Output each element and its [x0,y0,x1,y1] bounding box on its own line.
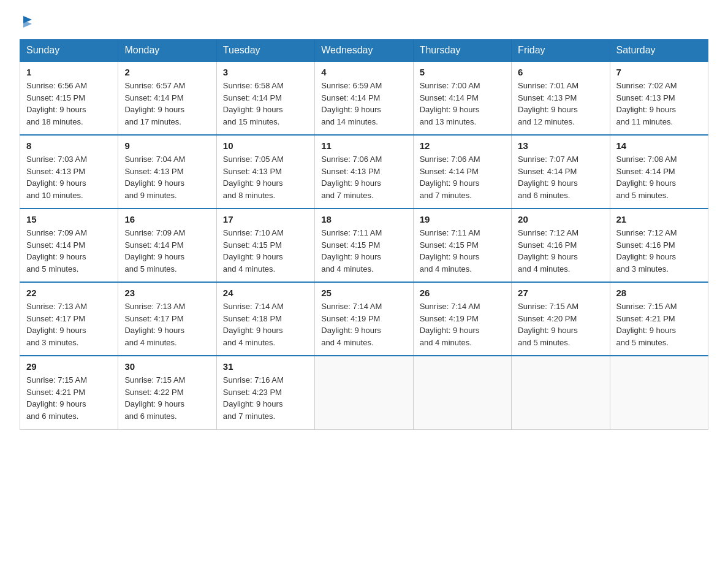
day-info: Sunrise: 7:03 AMSunset: 4:13 PMDaylight:… [26,153,112,201]
day-number: 3 [223,67,308,77]
calendar-cell: 31Sunrise: 7:16 AMSunset: 4:23 PMDayligh… [216,356,314,429]
day-info: Sunrise: 7:12 AMSunset: 4:16 PMDaylight:… [616,227,702,275]
calendar-cell: 28Sunrise: 7:15 AMSunset: 4:21 PMDayligh… [610,282,708,356]
calendar-cell: 20Sunrise: 7:12 AMSunset: 4:16 PMDayligh… [512,209,610,282]
day-number: 2 [124,67,210,77]
day-info: Sunrise: 7:14 AMSunset: 4:18 PMDaylight:… [223,301,308,348]
calendar-cell: 7Sunrise: 7:02 AMSunset: 4:13 PMDaylight… [610,61,708,135]
calendar-cell: 27Sunrise: 7:15 AMSunset: 4:20 PMDayligh… [512,282,610,356]
weekday-header-thursday: Thursday [413,40,511,62]
weekday-header-wednesday: Wednesday [315,40,413,62]
calendar-cell: 29Sunrise: 7:15 AMSunset: 4:21 PMDayligh… [20,356,118,429]
day-number: 31 [223,361,308,372]
day-info: Sunrise: 7:09 AMSunset: 4:14 PMDaylight:… [124,227,210,275]
calendar-cell: 3Sunrise: 6:58 AMSunset: 4:14 PMDaylight… [216,61,314,135]
calendar-cell: 19Sunrise: 7:11 AMSunset: 4:15 PMDayligh… [413,209,511,282]
calendar-cell: 14Sunrise: 7:08 AMSunset: 4:14 PMDayligh… [610,135,708,209]
weekday-header-tuesday: Tuesday [216,40,314,62]
calendar-cell: 18Sunrise: 7:11 AMSunset: 4:15 PMDayligh… [315,209,413,282]
calendar-cell: 5Sunrise: 7:00 AMSunset: 4:14 PMDaylight… [413,61,511,135]
calendar-cell: 11Sunrise: 7:06 AMSunset: 4:13 PMDayligh… [315,135,413,209]
day-info: Sunrise: 7:13 AMSunset: 4:17 PMDaylight:… [26,301,112,348]
calendar-cell [413,356,511,429]
calendar-table: SundayMondayTuesdayWednesdayThursdayFrid… [20,39,708,430]
day-info: Sunrise: 7:11 AMSunset: 4:15 PMDaylight:… [420,227,505,275]
day-info: Sunrise: 6:58 AMSunset: 4:14 PMDaylight:… [223,80,308,128]
day-number: 16 [124,214,210,224]
day-number: 28 [616,288,702,298]
calendar-cell: 15Sunrise: 7:09 AMSunset: 4:14 PMDayligh… [20,209,118,282]
day-info: Sunrise: 7:07 AMSunset: 4:14 PMDaylight:… [518,153,603,201]
calendar-cell: 6Sunrise: 7:01 AMSunset: 4:13 PMDaylight… [512,61,610,135]
calendar-cell: 1Sunrise: 6:56 AMSunset: 4:15 PMDaylight… [20,61,118,135]
day-number: 19 [420,214,505,224]
day-info: Sunrise: 7:02 AMSunset: 4:13 PMDaylight:… [616,80,702,128]
calendar-cell: 9Sunrise: 7:04 AMSunset: 4:13 PMDaylight… [118,135,216,209]
day-info: Sunrise: 7:15 AMSunset: 4:21 PMDaylight:… [616,301,702,348]
day-number: 29 [26,361,112,372]
day-info: Sunrise: 6:59 AMSunset: 4:14 PMDaylight:… [321,80,406,128]
day-info: Sunrise: 6:56 AMSunset: 4:15 PMDaylight:… [26,80,112,128]
calendar-cell: 22Sunrise: 7:13 AMSunset: 4:17 PMDayligh… [20,282,118,356]
day-number: 9 [124,140,210,151]
calendar-cell: 23Sunrise: 7:13 AMSunset: 4:17 PMDayligh… [118,282,216,356]
calendar-body: 1Sunrise: 6:56 AMSunset: 4:15 PMDaylight… [20,61,708,429]
day-number: 1 [26,67,112,77]
calendar-week-1: 1Sunrise: 6:56 AMSunset: 4:15 PMDaylight… [20,61,708,135]
day-number: 4 [321,67,406,77]
calendar-cell: 24Sunrise: 7:14 AMSunset: 4:18 PMDayligh… [216,282,314,356]
calendar-header: SundayMondayTuesdayWednesdayThursdayFrid… [20,40,708,62]
day-number: 12 [420,140,505,151]
calendar-cell: 25Sunrise: 7:14 AMSunset: 4:19 PMDayligh… [315,282,413,356]
day-number: 6 [518,67,603,77]
day-info: Sunrise: 7:14 AMSunset: 4:19 PMDaylight:… [420,301,505,348]
logo [20,15,36,28]
day-info: Sunrise: 7:04 AMSunset: 4:13 PMDaylight:… [124,153,210,201]
weekday-header-saturday: Saturday [610,40,708,62]
weekday-header-monday: Monday [118,40,216,62]
calendar-cell: 12Sunrise: 7:06 AMSunset: 4:14 PMDayligh… [413,135,511,209]
day-info: Sunrise: 6:57 AMSunset: 4:14 PMDaylight:… [124,80,210,128]
calendar-cell [315,356,413,429]
calendar-cell: 17Sunrise: 7:10 AMSunset: 4:15 PMDayligh… [216,209,314,282]
calendar-cell: 30Sunrise: 7:15 AMSunset: 4:22 PMDayligh… [118,356,216,429]
calendar-cell: 4Sunrise: 6:59 AMSunset: 4:14 PMDaylight… [315,61,413,135]
page-header [20,15,708,28]
day-number: 25 [321,288,406,298]
day-number: 8 [26,140,112,151]
day-number: 26 [420,288,505,298]
day-info: Sunrise: 7:12 AMSunset: 4:16 PMDaylight:… [518,227,603,275]
day-number: 20 [518,214,603,224]
day-info: Sunrise: 7:14 AMSunset: 4:19 PMDaylight:… [321,301,406,348]
weekday-header-friday: Friday [512,40,610,62]
day-info: Sunrise: 7:15 AMSunset: 4:22 PMDaylight:… [124,374,210,422]
day-number: 11 [321,140,406,151]
calendar-week-2: 8Sunrise: 7:03 AMSunset: 4:13 PMDaylight… [20,135,708,209]
day-info: Sunrise: 7:00 AMSunset: 4:14 PMDaylight:… [420,80,505,128]
day-number: 15 [26,214,112,224]
day-number: 13 [518,140,603,151]
calendar-week-3: 15Sunrise: 7:09 AMSunset: 4:14 PMDayligh… [20,209,708,282]
day-info: Sunrise: 7:11 AMSunset: 4:15 PMDaylight:… [321,227,406,275]
calendar-week-4: 22Sunrise: 7:13 AMSunset: 4:17 PMDayligh… [20,282,708,356]
day-number: 17 [223,214,308,224]
day-info: Sunrise: 7:01 AMSunset: 4:13 PMDaylight:… [518,80,603,128]
calendar-week-5: 29Sunrise: 7:15 AMSunset: 4:21 PMDayligh… [20,356,708,429]
calendar-cell [512,356,610,429]
calendar-cell: 21Sunrise: 7:12 AMSunset: 4:16 PMDayligh… [610,209,708,282]
calendar-cell: 13Sunrise: 7:07 AMSunset: 4:14 PMDayligh… [512,135,610,209]
day-number: 27 [518,288,603,298]
day-number: 24 [223,288,308,298]
day-number: 5 [420,67,505,77]
day-number: 21 [616,214,702,224]
calendar-cell: 10Sunrise: 7:05 AMSunset: 4:13 PMDayligh… [216,135,314,209]
calendar-cell [610,356,708,429]
day-info: Sunrise: 7:06 AMSunset: 4:14 PMDaylight:… [420,153,505,201]
weekday-header-sunday: Sunday [20,40,118,62]
calendar-cell: 8Sunrise: 7:03 AMSunset: 4:13 PMDaylight… [20,135,118,209]
day-info: Sunrise: 7:16 AMSunset: 4:23 PMDaylight:… [223,374,308,422]
calendar-cell: 2Sunrise: 6:57 AMSunset: 4:14 PMDaylight… [118,61,216,135]
day-info: Sunrise: 7:10 AMSunset: 4:15 PMDaylight:… [223,227,308,275]
logo-flag-icon [21,15,34,28]
day-number: 23 [124,288,210,298]
